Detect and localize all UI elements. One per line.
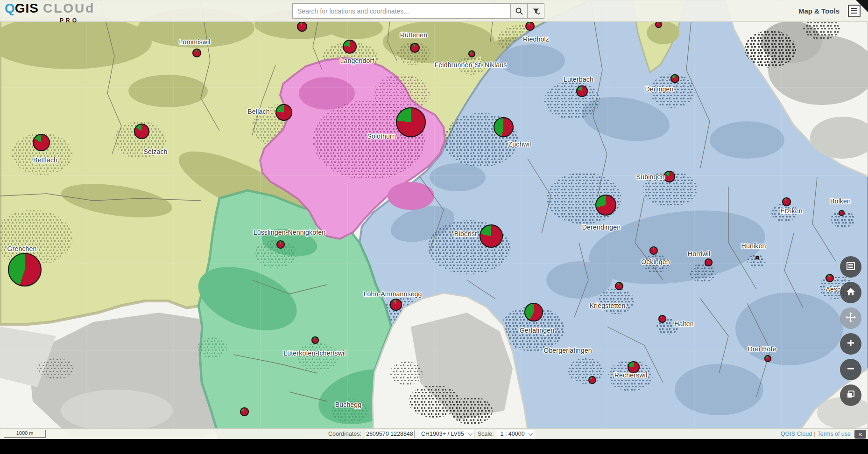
pie-chart-zuchwil[interactable] — [494, 117, 514, 137]
chevron-down-icon — [468, 431, 473, 436]
pie-chart-horriwil[interactable] — [705, 258, 713, 266]
pie-chart-grenchen[interactable] — [8, 253, 42, 286]
pie-chart-halten[interactable] — [658, 315, 666, 323]
scale-select[interactable]: 1 : 40000 — [497, 430, 535, 438]
pie-chart-oekingen[interactable] — [649, 246, 658, 255]
pie-chart-luterbach[interactable] — [576, 85, 588, 97]
pie-chart-bettlach[interactable] — [33, 134, 50, 151]
pie-chart-riedholz[interactable] — [525, 21, 535, 31]
pie-chart-solothurn[interactable] — [396, 107, 426, 137]
logo-q: Q — [5, 1, 15, 15]
search-button[interactable] — [511, 3, 528, 19]
terms-of-use-link[interactable]: Terms of use — [817, 431, 851, 437]
pie-chart-l-sslingen-nennigkofen[interactable] — [276, 240, 285, 249]
plus-icon — [846, 338, 856, 350]
search-input[interactable] — [292, 3, 511, 19]
pie-chart-obergerlafingen[interactable] — [588, 376, 596, 384]
pie-chart-biberist[interactable] — [480, 224, 503, 248]
layers-button[interactable] — [840, 384, 861, 406]
letterbox-strip — [0, 439, 868, 454]
minus-icon — [846, 363, 856, 376]
pie-chart-bolken[interactable] — [839, 210, 845, 216]
qgis-cloud-link[interactable]: QGIS Cloud — [781, 431, 812, 437]
map-controls — [840, 256, 861, 406]
pan-icon — [845, 312, 856, 325]
municipality-label-kriegstetten: Kriegstetten — [589, 302, 625, 309]
scale-bar-label: 1000 m — [16, 430, 34, 436]
map-canvas[interactable]: LommiswilLangendorfRüttenenFeldbrunnen-S… — [0, 0, 868, 439]
municipality-label-halten: Halten — [674, 320, 694, 328]
municipality-label-selzach: Selzach — [143, 148, 167, 155]
municipality-label-solothurn: Solothurn — [367, 133, 396, 140]
chevron-down-icon — [529, 431, 533, 436]
pie-chart-gerlafingen[interactable] — [524, 303, 543, 321]
pie-chart-l-terkofen-ichertswil[interactable] — [311, 336, 319, 344]
footer-bar: 1000 m Coordinates: CH1903+ / LV95 Scale… — [0, 428, 868, 439]
top-toolbar: QGISCLOUd PRO Map & Tools — [0, 0, 868, 22]
pie-chart-subingen[interactable] — [663, 171, 675, 182]
pie-chart-langendorf[interactable] — [343, 40, 357, 54]
search-filter-button[interactable] — [528, 3, 544, 19]
home-icon — [846, 286, 856, 299]
pie-chart-buchegg[interactable] — [240, 407, 249, 416]
pie-chart-feldbrunnen-st-niklaus[interactable] — [468, 50, 475, 57]
basemap-regions — [0, 0, 868, 439]
home-button[interactable] — [840, 282, 861, 303]
municipality-label-lommiswil: Lommiswil — [179, 38, 210, 46]
map-tools-label[interactable]: Map & Tools — [798, 7, 840, 15]
pie-chart-deitingen[interactable] — [670, 74, 679, 83]
pie-chart-derendingen[interactable] — [595, 195, 616, 216]
municipality-label-riedholz: Riedholz — [523, 35, 549, 43]
municipality-label-lohn-ammannsegg: Lohn-Ammannsegg — [363, 290, 422, 298]
municipality-label-r-ttenen: Rüttenen — [400, 31, 427, 39]
layers-icon — [846, 389, 856, 401]
search-icon — [515, 7, 523, 15]
pie-chart-selzach[interactable] — [134, 124, 149, 139]
coordinates-group: Coordinates: CH1903+ / LV95 Scale: 1 : 4… — [328, 430, 535, 438]
crs-select[interactable]: CH1903+ / LV95 — [418, 430, 474, 438]
municipality-label-bolken: Bolken — [830, 197, 851, 205]
corner-fold-decoration — [856, 0, 868, 12]
municipality-label-horriwil: Horriwil — [688, 250, 710, 258]
coordinates-input[interactable] — [365, 430, 415, 438]
municipality-label-l-sslingen-nennigkofen: Lüsslingen-Nennigkofen — [254, 229, 326, 236]
pan-button[interactable] — [840, 307, 861, 329]
municipality-label-recherswil: Recherswil — [614, 371, 647, 379]
zoom-in-button[interactable] — [840, 333, 861, 355]
coordinates-label: Coordinates: — [328, 431, 361, 437]
zoom-out-button[interactable] — [840, 359, 861, 380]
pie-chart-lommiswil[interactable] — [192, 49, 201, 57]
logo-gis: GIS — [15, 1, 39, 15]
municipality-label-deitingen: Deitingen — [645, 85, 674, 93]
crs-select-value: CH1903+ / LV95 — [421, 431, 464, 437]
scale-label: Scale: — [478, 431, 494, 437]
pie-chart-aeschi[interactable] — [826, 274, 834, 282]
pie-chart-etziken[interactable] — [782, 197, 791, 206]
municipality-label-luterbach: Luterbach — [564, 76, 593, 83]
pie-chart-drei-h-fe[interactable] — [764, 355, 771, 362]
pie-chart-unlabeled-1[interactable] — [297, 21, 307, 32]
municipality-label-derendingen: Derendingen — [582, 224, 621, 231]
municipality-label-bettlach: Bettlach — [33, 156, 57, 164]
pie-chart-kriegstetten[interactable] — [615, 282, 623, 290]
legend-icon — [846, 261, 856, 273]
municipality-label-feldbrunnen-st-niklaus: Feldbrunnen-St. Niklaus — [435, 61, 507, 69]
filter-funnel-icon — [532, 7, 540, 15]
legend-button[interactable] — [840, 256, 861, 278]
pie-chart-lohn-ammannsegg[interactable] — [390, 299, 402, 311]
municipality-label-buchegg: Buchegg — [335, 401, 362, 408]
logo-pro: PRO — [60, 14, 79, 28]
municipality-label-h-niken: Hüniken — [741, 242, 766, 250]
pie-chart-h-niken[interactable] — [755, 256, 759, 259]
pie-chart-r-ttenen[interactable] — [410, 43, 420, 53]
municipality-label-drei-h-fe: Drei Höfe — [748, 345, 776, 353]
collapse-footer-button[interactable]: « — [854, 430, 866, 439]
municipality-label-oekingen: Oekingen — [641, 258, 670, 265]
scale-select-value: 1 : 40000 — [500, 431, 524, 437]
municipality-label-subingen: Subingen — [636, 173, 665, 181]
link-separator: | — [812, 431, 817, 437]
municipality-label-l-terkofen-ichertswil: Lüterkofen-Ichertswil — [283, 349, 346, 357]
pie-chart-bellach[interactable] — [275, 104, 292, 121]
municipality-label-gerlafingen: Gerlafingen — [520, 327, 555, 334]
municipality-label-biberist: Biberist — [454, 230, 477, 237]
